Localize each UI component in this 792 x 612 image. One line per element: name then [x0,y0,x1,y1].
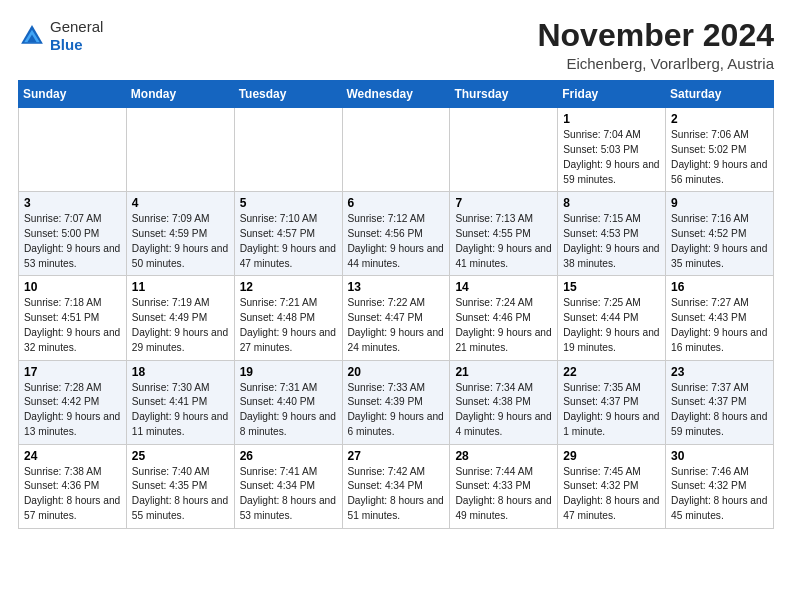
day-cell: 9Sunrise: 7:16 AM Sunset: 4:52 PM Daylig… [666,192,774,276]
day-info: Sunrise: 7:21 AM Sunset: 4:48 PM Dayligh… [240,296,337,355]
day-cell: 20Sunrise: 7:33 AM Sunset: 4:39 PM Dayli… [342,360,450,444]
day-cell [234,108,342,192]
day-number: 23 [671,365,768,379]
day-cell: 5Sunrise: 7:10 AM Sunset: 4:57 PM Daylig… [234,192,342,276]
day-cell: 27Sunrise: 7:42 AM Sunset: 4:34 PM Dayli… [342,444,450,528]
day-cell: 4Sunrise: 7:09 AM Sunset: 4:59 PM Daylig… [126,192,234,276]
day-cell: 2Sunrise: 7:06 AM Sunset: 5:02 PM Daylig… [666,108,774,192]
day-cell: 6Sunrise: 7:12 AM Sunset: 4:56 PM Daylig… [342,192,450,276]
day-number: 13 [348,280,445,294]
day-number: 25 [132,449,229,463]
day-number: 7 [455,196,552,210]
header-day-friday: Friday [558,81,666,108]
location-title: Eichenberg, Vorarlberg, Austria [537,55,774,72]
day-cell: 14Sunrise: 7:24 AM Sunset: 4:46 PM Dayli… [450,276,558,360]
logo: General Blue [18,18,103,54]
day-number: 22 [563,365,660,379]
day-info: Sunrise: 7:13 AM Sunset: 4:55 PM Dayligh… [455,212,552,271]
day-cell: 16Sunrise: 7:27 AM Sunset: 4:43 PM Dayli… [666,276,774,360]
day-cell: 25Sunrise: 7:40 AM Sunset: 4:35 PM Dayli… [126,444,234,528]
day-info: Sunrise: 7:24 AM Sunset: 4:46 PM Dayligh… [455,296,552,355]
day-cell: 17Sunrise: 7:28 AM Sunset: 4:42 PM Dayli… [19,360,127,444]
day-number: 10 [24,280,121,294]
header-day-sunday: Sunday [19,81,127,108]
day-number: 12 [240,280,337,294]
day-info: Sunrise: 7:35 AM Sunset: 4:37 PM Dayligh… [563,381,660,440]
day-info: Sunrise: 7:33 AM Sunset: 4:39 PM Dayligh… [348,381,445,440]
day-number: 1 [563,112,660,126]
day-info: Sunrise: 7:16 AM Sunset: 4:52 PM Dayligh… [671,212,768,271]
day-info: Sunrise: 7:25 AM Sunset: 4:44 PM Dayligh… [563,296,660,355]
day-cell: 10Sunrise: 7:18 AM Sunset: 4:51 PM Dayli… [19,276,127,360]
calendar-header-row: SundayMondayTuesdayWednesdayThursdayFrid… [19,81,774,108]
day-info: Sunrise: 7:37 AM Sunset: 4:37 PM Dayligh… [671,381,768,440]
day-cell [126,108,234,192]
day-number: 19 [240,365,337,379]
day-info: Sunrise: 7:04 AM Sunset: 5:03 PM Dayligh… [563,128,660,187]
day-info: Sunrise: 7:38 AM Sunset: 4:36 PM Dayligh… [24,465,121,524]
day-info: Sunrise: 7:07 AM Sunset: 5:00 PM Dayligh… [24,212,121,271]
week-row-3: 10Sunrise: 7:18 AM Sunset: 4:51 PM Dayli… [19,276,774,360]
day-number: 8 [563,196,660,210]
week-row-2: 3Sunrise: 7:07 AM Sunset: 5:00 PM Daylig… [19,192,774,276]
day-info: Sunrise: 7:34 AM Sunset: 4:38 PM Dayligh… [455,381,552,440]
day-number: 29 [563,449,660,463]
page: General Blue November 2024 Eichenberg, V… [0,0,792,539]
day-cell: 22Sunrise: 7:35 AM Sunset: 4:37 PM Dayli… [558,360,666,444]
day-number: 14 [455,280,552,294]
day-cell [19,108,127,192]
day-info: Sunrise: 7:27 AM Sunset: 4:43 PM Dayligh… [671,296,768,355]
day-info: Sunrise: 7:15 AM Sunset: 4:53 PM Dayligh… [563,212,660,271]
day-cell [342,108,450,192]
day-cell: 13Sunrise: 7:22 AM Sunset: 4:47 PM Dayli… [342,276,450,360]
day-number: 30 [671,449,768,463]
day-cell [450,108,558,192]
day-number: 28 [455,449,552,463]
week-row-1: 1Sunrise: 7:04 AM Sunset: 5:03 PM Daylig… [19,108,774,192]
header-day-tuesday: Tuesday [234,81,342,108]
day-cell: 24Sunrise: 7:38 AM Sunset: 4:36 PM Dayli… [19,444,127,528]
day-number: 26 [240,449,337,463]
day-cell: 21Sunrise: 7:34 AM Sunset: 4:38 PM Dayli… [450,360,558,444]
week-row-5: 24Sunrise: 7:38 AM Sunset: 4:36 PM Dayli… [19,444,774,528]
day-number: 2 [671,112,768,126]
day-number: 21 [455,365,552,379]
day-cell: 11Sunrise: 7:19 AM Sunset: 4:49 PM Dayli… [126,276,234,360]
day-info: Sunrise: 7:46 AM Sunset: 4:32 PM Dayligh… [671,465,768,524]
header-day-wednesday: Wednesday [342,81,450,108]
day-cell: 29Sunrise: 7:45 AM Sunset: 4:32 PM Dayli… [558,444,666,528]
logo-text: General Blue [50,18,103,54]
day-number: 27 [348,449,445,463]
header: General Blue November 2024 Eichenberg, V… [18,18,774,72]
day-number: 20 [348,365,445,379]
day-info: Sunrise: 7:45 AM Sunset: 4:32 PM Dayligh… [563,465,660,524]
day-cell: 28Sunrise: 7:44 AM Sunset: 4:33 PM Dayli… [450,444,558,528]
week-row-4: 17Sunrise: 7:28 AM Sunset: 4:42 PM Dayli… [19,360,774,444]
day-cell: 7Sunrise: 7:13 AM Sunset: 4:55 PM Daylig… [450,192,558,276]
title-block: November 2024 Eichenberg, Vorarlberg, Au… [537,18,774,72]
day-cell: 23Sunrise: 7:37 AM Sunset: 4:37 PM Dayli… [666,360,774,444]
day-info: Sunrise: 7:28 AM Sunset: 4:42 PM Dayligh… [24,381,121,440]
day-number: 9 [671,196,768,210]
day-info: Sunrise: 7:31 AM Sunset: 4:40 PM Dayligh… [240,381,337,440]
day-number: 6 [348,196,445,210]
day-info: Sunrise: 7:30 AM Sunset: 4:41 PM Dayligh… [132,381,229,440]
day-cell: 3Sunrise: 7:07 AM Sunset: 5:00 PM Daylig… [19,192,127,276]
header-day-monday: Monday [126,81,234,108]
day-number: 18 [132,365,229,379]
day-number: 4 [132,196,229,210]
logo-icon [18,22,46,50]
day-number: 24 [24,449,121,463]
day-info: Sunrise: 7:44 AM Sunset: 4:33 PM Dayligh… [455,465,552,524]
day-info: Sunrise: 7:09 AM Sunset: 4:59 PM Dayligh… [132,212,229,271]
month-title: November 2024 [537,18,774,53]
day-info: Sunrise: 7:12 AM Sunset: 4:56 PM Dayligh… [348,212,445,271]
day-cell: 26Sunrise: 7:41 AM Sunset: 4:34 PM Dayli… [234,444,342,528]
day-info: Sunrise: 7:22 AM Sunset: 4:47 PM Dayligh… [348,296,445,355]
day-number: 11 [132,280,229,294]
header-day-thursday: Thursday [450,81,558,108]
calendar-table: SundayMondayTuesdayWednesdayThursdayFrid… [18,80,774,529]
day-cell: 8Sunrise: 7:15 AM Sunset: 4:53 PM Daylig… [558,192,666,276]
day-cell: 30Sunrise: 7:46 AM Sunset: 4:32 PM Dayli… [666,444,774,528]
header-day-saturday: Saturday [666,81,774,108]
